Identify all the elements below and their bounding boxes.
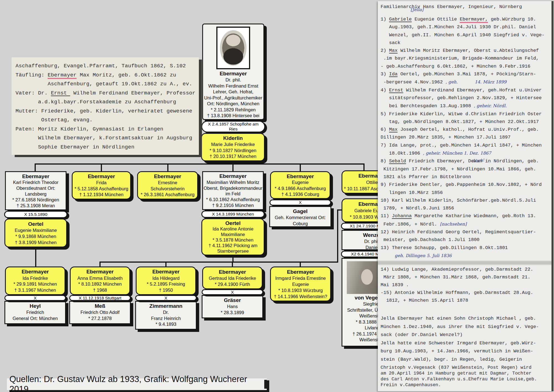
- typed-text: Johanna: [392, 213, 412, 219]
- handwritten-note: , geheir. München 1. Dez. 1867: [423, 151, 491, 156]
- typed-text: Paten: Moritz Kiderlin, Gymnasiast in Er…: [16, 126, 163, 132]
- marriage-label: X 11.12.1918 Stuttgart: [79, 296, 121, 301]
- person-box-friedrich-otto-adolf-mess: MeßFriedrich Otto Adolf* 27.2.1878: [69, 301, 131, 324]
- typed-text: sack: [381, 40, 400, 45]
- typed-text: geb.Würzburg 10.: [488, 17, 536, 22]
- typed-text: Oertel, geb.München 3.Mai 1878, + Pöckin…: [397, 71, 536, 77]
- connector-line: [300, 164, 301, 172]
- person-surname: Ebermayer: [154, 173, 181, 179]
- doc-line: 4) Ernst Wilhelm Ferdinand Ebermayer, ge…: [381, 86, 552, 94]
- doc-line: München 1.Dez.1940, aus ihrer Ehe mit Si…: [381, 323, 552, 331]
- connector-line: [99, 262, 338, 263]
- person-detail: * 26.3.1861 Aschaffenburg: [141, 192, 194, 197]
- person-box-ernestine: EbermayerErnestineSchulvorsteherin* 26.3…: [137, 171, 198, 199]
- typed-text: meister, geb.Dachsbach 1.Juli 1800: [381, 237, 479, 242]
- person-detail: * 6.10.1862 Aschaffenburg: [206, 197, 260, 202]
- marriage-label: X: [34, 296, 37, 301]
- typed-text: 2): [381, 48, 389, 53]
- genealogy-collage: EbermayerDr. phil.Wilhelm Ferdinand Erns…: [0, 0, 554, 392]
- typed-text: Ostertag, evang.: [16, 117, 93, 123]
- person-detail: † 13.8.1908 Hintersee bei: [207, 113, 260, 118]
- person-detail: Ort: Nördlingen, München: [207, 101, 260, 106]
- typed-text: Sebald: [389, 158, 406, 164]
- typed-text: 7) Ida Lange, prot., geb.München 14.Apri…: [381, 143, 542, 148]
- person-surname: Oertel: [225, 220, 241, 226]
- person-detail: Franz Heinrich: [151, 316, 181, 321]
- typed-text: Wilhelm Ebermayer, k.Forstamtsaktuar in …: [16, 135, 192, 141]
- doc-line: bei Berchtesgaden 13.Aug.1908 , geheir. …: [381, 102, 552, 110]
- person-detail: † 9.2.1916 München: [212, 203, 254, 208]
- person-detail: * 9.4.1893: [155, 322, 176, 327]
- person-detail: Marie Julie Friederike: [211, 142, 255, 147]
- typed-text: 1812, + München 15.April 1878: [381, 298, 468, 303]
- doc-line: sitätsprofessor, geb.Rehlingen 2.Nov.182…: [381, 94, 552, 102]
- typed-text: 14) Ludwig Lange, Akademieprofessor, geb…: [381, 267, 533, 272]
- family-archive-page2: 14) Ludwig Lange, Akademieprofessor, geb…: [381, 266, 552, 304]
- person-detail: Dr. phil.: [364, 239, 380, 244]
- typed-text: März 1808, + München 31.März 1868, geh.D…: [381, 275, 530, 280]
- person-detail: Friedrich: [26, 310, 44, 315]
- typed-text: sitätsprofessor, geb.Rehlingen 2.Nov.182…: [381, 95, 542, 101]
- handwritten-note: geh. Dillingen 5. Juli 1836: [395, 253, 452, 258]
- person-surname: Ebermayer: [22, 269, 49, 275]
- typed-text: lingen 10.März 1856: [381, 190, 443, 195]
- doc-line: Aschaffenburg, getauft 19.Okt.1862 zu A.…: [16, 80, 199, 89]
- typed-text: Jella Ebermayer hat einen Sohn Christoph…: [381, 316, 536, 321]
- person-detail: Oberst, Brigadekommandeur: [204, 186, 262, 191]
- doc-line: 7) Ida Lange, prot., geb.München 14.Apri…: [381, 142, 552, 149]
- person-detail: Daniel: [366, 245, 379, 250]
- person-box-eugenie-maximiliane-oertel: OertelEugenie Maximiliane* 9.9.1868 Münc…: [4, 219, 67, 247]
- person-box-wilhelm-ferdinand-ernst-ebermayer: EbermayerDr. phil.Wilhelm Ferdinand Erns…: [202, 24, 264, 120]
- doc-line: Mutter: Friederike, geb. Kiderlin, verhe…: [16, 107, 199, 116]
- typed-text: Mai 1839 .: [381, 282, 409, 288]
- typed-text: Wilhelm Moritz Ebermayer, Oberst u.Abtei…: [397, 48, 539, 53]
- doc-line: Sophie Ebermayer in Nördlingen: [16, 143, 199, 152]
- marriage-pill-ida-hildegard: X: [135, 295, 197, 301]
- person-detail: Dr. phil.: [225, 77, 241, 83]
- person-surname: Heyl: [30, 303, 41, 309]
- person-box-karl-friedrich-theodor: EbermayerKarl Friedrich TheodorOberstleu…: [5, 171, 66, 210]
- typed-text: bei Berchtesgaden 13.Aug.1908: [381, 103, 474, 109]
- typed-text: Ida: [389, 71, 398, 77]
- typed-text: -bergersee 4.Nov.1962: [381, 80, 446, 85]
- person-detail: Berchtesgaden: [218, 119, 249, 120]
- typed-text: Eugenie Ottilie: [412, 17, 460, 22]
- typed-text: Vater: Dr.: [16, 90, 51, 96]
- person-detail: † 4.1.1936 Coburg: [281, 192, 319, 197]
- typed-text: -15) Antonie Wilhelmie Hoffmann, geb.Dar…: [381, 290, 533, 295]
- connector-line: [35, 164, 36, 172]
- person-surname: Ebermayer: [86, 269, 114, 275]
- doc-line: 8) Sebald Friedrich Ebermayer, Dekan in …: [381, 157, 552, 165]
- person-detail: * 5.12.1858 Aschaffenburg: [75, 186, 128, 191]
- typed-text: Ernst: [389, 88, 403, 93]
- person-detail: Lehrer, Geh. Hofrat,: [213, 89, 253, 94]
- person-detail: Ida Friedrike: [22, 276, 48, 281]
- doc-line: Febr.1806, + Nördl. [nachsehen]: [381, 220, 552, 228]
- person-detail: Landsberg: [25, 191, 47, 197]
- person-detail: Wilhelm Ferdinand Ernst: [208, 83, 258, 89]
- person-detail: * 3.5.1878 München: [212, 237, 253, 243]
- person-detail: Hans: [227, 304, 238, 309]
- doc-line: Paten: Moritz Kiderlin, Gymnasiast in Er…: [16, 125, 199, 134]
- person-detail: Eugenie Maximiliane: [15, 228, 57, 233]
- person-detail: Irmgard Frieda Ernestine: [275, 276, 326, 281]
- person-detail: Livland: [365, 325, 379, 330]
- person-detail: Schulvorsteherin: [151, 186, 185, 191]
- person-surname: Ebermayer: [88, 173, 115, 179]
- doc-line: 1812, + München 15.April 1878: [381, 297, 552, 304]
- typed-text: [458, 80, 475, 85]
- typed-text: 1821 als Pfarrer in Büttelbronn: [381, 174, 471, 180]
- doc-line: -bergersee 4.Nov.1962 , geh. 14. März 18…: [381, 78, 552, 86]
- doc-line: Jella Ebermayer hat einen Sohn Christoph…: [381, 314, 552, 323]
- marriage-label: X 14.3.1899 München: [212, 212, 254, 217]
- doc-line: 1821 als Pfarrer in Büttelbronn: [381, 173, 552, 181]
- doc-line: -15) Antonie Wilhelmie Hoffmann, geb.Dar…: [381, 289, 552, 297]
- person-detail: † 3.8.1909 München: [15, 240, 57, 245]
- doc-line: des Carl Anton v.Falkenhayn u.s.Ehefrau …: [381, 376, 552, 382]
- person-detail: † 1950: [159, 288, 173, 293]
- person-detail: Ottilie: [366, 180, 378, 185]
- doc-line: Christoph v.Vegesack (837 Weißenstein, P…: [381, 365, 552, 370]
- doc-line: stein (Bayr.Wald), begr. in Regen, ledig…: [381, 355, 552, 364]
- person-detail: Eugenie: [292, 282, 309, 287]
- person-detail: † 14.1.1966 Weißenstein?: [274, 294, 327, 299]
